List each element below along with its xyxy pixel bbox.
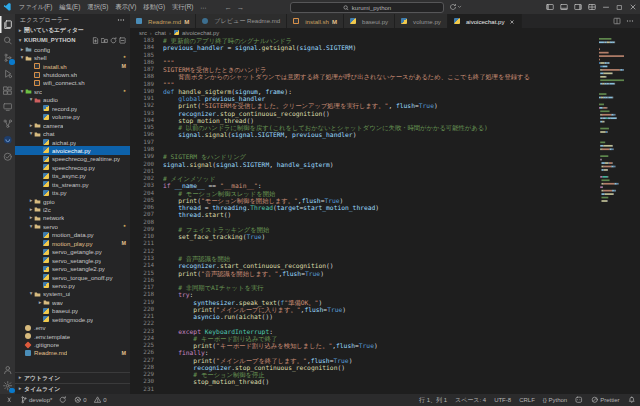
breadcrumb-folder[interactable]: src	[139, 30, 147, 36]
breadcrumb-file[interactable]: aivoicechat.py	[182, 30, 219, 36]
tree-item-shell[interactable]: ▾shell●	[15, 53, 130, 61]
tree-item-speechrecog.py[interactable]: speechrecog.py	[15, 163, 130, 171]
more-actions-icon[interactable]	[117, 16, 125, 24]
status-warnings[interactable]: 0	[94, 396, 107, 404]
tree-item-tts.py[interactable]: tts.py	[15, 188, 130, 196]
tree-item-speechrecog_realtime.py[interactable]: speechrecog_realtime.py	[15, 155, 130, 163]
activity-settings[interactable]	[0, 378, 15, 395]
tree-item-.gitignore[interactable]: .gitignore	[15, 340, 130, 348]
tree-item-motion_data.py[interactable]: motion_data.py	[15, 231, 130, 239]
tree-item-gpio[interactable]: ▸gpio	[15, 197, 130, 205]
status-indentation[interactable]: スペース: 4	[455, 396, 486, 405]
close-tab-icon[interactable]	[509, 17, 515, 24]
timeline-section[interactable]: ▸ タイムライン	[15, 383, 130, 394]
tree-item-servo_getangle.py[interactable]: servo_getangle.py	[15, 248, 130, 256]
menu-item[interactable]: 選択(S)	[84, 3, 112, 12]
menu-item[interactable]: ファイル(F)	[15, 3, 56, 12]
activity-extensions[interactable]	[0, 82, 15, 99]
toggle-panel-icon[interactable]	[560, 3, 568, 11]
status-language-mode[interactable]: {} Python	[543, 397, 567, 403]
split-editor-icon[interactable]	[613, 17, 621, 25]
tree-item-Readme.md[interactable]: Readme.mdM	[15, 349, 130, 357]
maximize-icon[interactable]	[616, 4, 623, 11]
tree-item-aivoicechat.py[interactable]: aivoicechat.py	[15, 146, 130, 154]
tree-item-src[interactable]: ▾src●	[15, 87, 130, 95]
activity-hub[interactable]	[0, 115, 15, 132]
tab-install.sh[interactable]: install.shM	[287, 14, 344, 28]
tree-item-aichat.py[interactable]: aichat.py	[15, 138, 130, 146]
menu-item[interactable]: 移動(G)	[140, 3, 169, 12]
tree-item-system_ui[interactable]: ▾system_ui	[15, 290, 130, 298]
activity-accounts[interactable]	[0, 361, 15, 378]
activity-remote-explorer[interactable]	[0, 99, 15, 116]
tree-item-baseui.py[interactable]: baseui.py	[15, 307, 130, 315]
tree-item-servo_setangle2.py[interactable]: servo_setangle2.py	[15, 264, 130, 272]
outline-section[interactable]: ▸ アウトライン	[15, 372, 130, 383]
editor-scrollbar[interactable]	[625, 37, 640, 394]
tree-item-servo_torque_onoff.py[interactable]: servo_torque_onoff.py	[15, 273, 130, 281]
tree-item-wifi_connect.sh[interactable]: wifi_connect.sh	[15, 79, 130, 87]
more-actions-icon[interactable]	[626, 17, 634, 25]
tree-item-volume.py[interactable]: volume.py	[15, 113, 130, 121]
activity-run-and-debug[interactable]	[0, 66, 15, 83]
status-extension-status[interactable]	[575, 396, 583, 404]
tab-baseui.py[interactable]: baseui.py	[344, 14, 395, 28]
command-center-search[interactable]: kurumi_python	[290, 2, 444, 13]
sync-dropdown-button[interactable]	[449, 3, 462, 11]
tree-item-camera[interactable]: ▸camera	[15, 121, 130, 129]
activity-search[interactable]	[0, 33, 15, 50]
menu-item[interactable]: 表示(V)	[112, 3, 140, 12]
tree-item-servo.py[interactable]: servo.py	[15, 281, 130, 289]
tree-item-tts_stream.py[interactable]: tts_stream.py	[15, 180, 130, 188]
status-notifications[interactable]	[628, 396, 636, 404]
tree-item-motion_play.py[interactable]: motion_play.pyM	[15, 239, 130, 247]
toggle-secondary-sidebar-icon[interactable]	[574, 3, 582, 11]
status-prettier[interactable]: Prettier	[591, 396, 620, 404]
status-sync-changes[interactable]	[59, 396, 67, 404]
tree-item-wav[interactable]: ▸wav	[15, 298, 130, 306]
status-encoding[interactable]: UTF-8	[494, 397, 511, 403]
refresh-explorer-icon[interactable]	[110, 37, 117, 44]
status-eol[interactable]: CRLF	[519, 397, 535, 403]
collapse-folders-icon[interactable]	[119, 37, 126, 44]
tree-item-record.py[interactable]: record.py	[15, 104, 130, 112]
tree-item-network[interactable]: ▸network	[15, 214, 130, 222]
minimap[interactable]	[598, 37, 624, 393]
menu-item[interactable]: 実行(R)	[169, 3, 197, 12]
code-editor[interactable]: 1831841851861871881891901911921931941951…	[130, 37, 640, 394]
new-folder-icon[interactable]	[101, 37, 108, 44]
tree-item-config[interactable]: ▸config	[15, 45, 130, 53]
tree-item-chat[interactable]: ▾chat	[15, 129, 130, 137]
status-errors[interactable]: 0	[74, 396, 87, 404]
customize-layout-icon[interactable]	[588, 3, 596, 11]
tree-item-.env.template[interactable]: .env.template	[15, 332, 130, 340]
menu-item[interactable]: ⋯	[197, 4, 210, 11]
tree-item-servo[interactable]: ▾servo●	[15, 222, 130, 230]
tree-item-servo_setangle.py[interactable]: servo_setangle.py	[15, 256, 130, 264]
tree-item-.env[interactable]: .env	[15, 323, 130, 331]
workspace-root-section[interactable]: ▾ KURUMI_PYTHON	[15, 36, 130, 46]
line-number-gutter[interactable]: 1831841851861871881891901911921931941951…	[130, 37, 154, 393]
tab-aivoicechat.py[interactable]: aivoicechat.py	[448, 14, 522, 28]
activity-source-control[interactable]	[0, 49, 15, 66]
new-file-icon[interactable]	[92, 37, 99, 44]
activity-explorer[interactable]	[0, 16, 15, 33]
minimize-icon[interactable]	[602, 3, 610, 11]
status-remote-indicator[interactable]	[5, 396, 13, 404]
status-cursor-position[interactable]: 行 1、列 1	[419, 396, 447, 405]
activity-testing[interactable]	[0, 148, 15, 165]
tree-item-i2c[interactable]: ▸i2c	[15, 205, 130, 213]
breadcrumb-folder[interactable]: chat	[155, 30, 166, 36]
forward-button[interactable]: →	[237, 3, 245, 12]
tree-item-install.sh[interactable]: install.shM	[15, 62, 130, 70]
tree-item-settingmode.py[interactable]: settingmode.py	[15, 315, 130, 323]
tab-Readme.md[interactable]: Readme.mdM	[130, 14, 196, 28]
tree-item-shutdown.sh[interactable]: shutdown.sh	[15, 70, 130, 78]
activity-extension-circle[interactable]	[0, 132, 15, 149]
tab-プレビュー Readme.md[interactable]: プレビュー Readme.md	[196, 14, 287, 28]
tree-item-audio[interactable]: ▾audio	[15, 96, 130, 104]
toggle-sidebar-icon[interactable]	[546, 3, 554, 11]
tab-volume.py[interactable]: volume.py	[395, 14, 448, 28]
status-git-branch[interactable]: develop*	[20, 396, 53, 404]
menu-item[interactable]: 編集(E)	[56, 3, 84, 12]
